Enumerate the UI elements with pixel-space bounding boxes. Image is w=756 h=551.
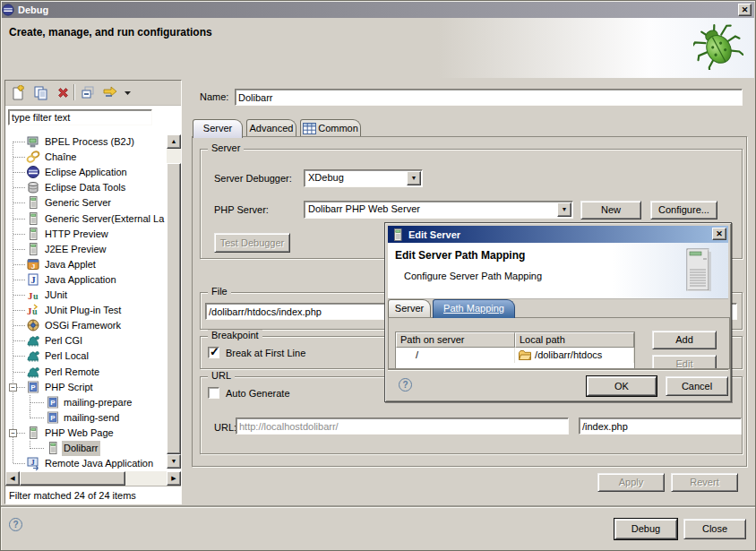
- server-icon: [26, 426, 40, 440]
- new-config-icon[interactable]: [11, 85, 26, 100]
- tree-item-perl-local[interactable]: Perl Local: [6, 349, 166, 364]
- scroll-down-button[interactable]: ▼: [167, 454, 181, 469]
- php-server-select[interactable]: Dolibarr PHP Web Server ▼: [304, 201, 573, 219]
- name-input[interactable]: [235, 89, 743, 106]
- tree-item-remote-java-application[interactable]: JRemote Java Application: [6, 456, 166, 471]
- url-base-input[interactable]: [236, 418, 569, 435]
- svg-text:J: J: [31, 262, 35, 270]
- chevron-down-icon[interactable]: ▼: [557, 202, 571, 217]
- column-header-path-on-server[interactable]: Path on server: [396, 332, 515, 348]
- filter-icon[interactable]: [102, 85, 117, 100]
- tree-item-dolibarr[interactable]: Dolibarr: [6, 441, 166, 456]
- bpel-icon: [26, 134, 40, 149]
- edit-button[interactable]: Edit: [652, 355, 717, 369]
- dialog-close-button[interactable]: ✕: [712, 228, 726, 240]
- window-close-button[interactable]: ✕: [738, 4, 752, 16]
- toolbar-separator: [73, 84, 74, 100]
- tree-item-junit[interactable]: JuJUnit: [6, 288, 166, 303]
- close-button[interactable]: Close: [683, 519, 746, 539]
- svg-text:u: u: [33, 291, 39, 301]
- dialog-title-bar: Edit Server ✕: [388, 226, 728, 243]
- test-debugger-button[interactable]: Test Debugger: [214, 233, 290, 253]
- server-tower-image: [682, 248, 717, 295]
- revert-button[interactable]: Revert: [671, 473, 738, 492]
- tab-common[interactable]: Common: [300, 119, 361, 137]
- eclipse-icon: [26, 165, 40, 179]
- tree-item-eclipse-data-tools[interactable]: Eclipse Data Tools: [6, 180, 166, 195]
- server-debugger-select[interactable]: XDebug ▼: [304, 169, 423, 187]
- perl-icon: [26, 365, 40, 379]
- url-path-input[interactable]: [579, 418, 742, 435]
- filter-input[interactable]: [8, 109, 152, 125]
- column-header-local-path[interactable]: Local path: [515, 332, 634, 348]
- perl-icon: [26, 349, 40, 363]
- php-icon: P: [46, 410, 60, 425]
- tree-item-generic-server[interactable]: Generic Server: [6, 195, 166, 211]
- title-bar: Debug ✕: [2, 2, 754, 18]
- delete-icon[interactable]: [56, 85, 71, 100]
- svg-text:P: P: [30, 383, 36, 391]
- scroll-up-button[interactable]: ▲: [167, 134, 181, 149]
- remote-java-icon: J: [26, 456, 40, 470]
- tree-item-cha-ne[interactable]: Chaîne: [6, 150, 166, 165]
- name-label: Name:: [200, 91, 228, 102]
- scroll-left-button[interactable]: ◀: [5, 471, 20, 486]
- server-icon: [26, 242, 40, 256]
- tree-item-java-applet[interactable]: JJava Applet: [6, 257, 166, 272]
- server-debugger-label: Server Debugger:: [214, 173, 292, 184]
- scroll-right-button[interactable]: ▶: [167, 471, 181, 486]
- tab-server[interactable]: Server: [193, 119, 243, 138]
- dialog-tab-path-mapping[interactable]: Path Mapping: [433, 299, 515, 318]
- java-icon: J: [26, 272, 40, 287]
- duplicate-icon[interactable]: [33, 85, 48, 100]
- server-icon: [391, 228, 405, 242]
- apply-button[interactable]: Apply: [597, 473, 665, 492]
- tree-item-mailing-send[interactable]: Pmailing-send: [6, 410, 166, 426]
- dialog-header: Edit Server Path Mapping Configure Serve…: [388, 243, 728, 299]
- tree-item-junit-plug-in-test[interactable]: JuJUnit Plug-in Test: [6, 303, 166, 318]
- tree-item-http-preview[interactable]: HTTP Preview: [6, 227, 166, 242]
- help-icon[interactable]: ?: [9, 518, 22, 531]
- tree-item-perl-cgi[interactable]: Perl CGI: [6, 333, 166, 349]
- database-icon: [26, 180, 40, 194]
- new-server-button[interactable]: New: [580, 201, 641, 220]
- tree-item-perl-remote[interactable]: Perl Remote: [6, 365, 166, 380]
- auto-generate-checkbox[interactable]: [208, 387, 219, 399]
- tree-item-java-application[interactable]: JJava Application: [6, 272, 166, 288]
- h-scroll-thumb[interactable]: [20, 471, 125, 486]
- tree-item-php-script[interactable]: −PPHP Script: [6, 380, 166, 395]
- banner: Create, manage, and run configurations: [2, 18, 754, 78]
- url-group-title: URL: [208, 370, 235, 381]
- collapse-all-icon[interactable]: [81, 85, 96, 100]
- tree-item-j2ee-preview[interactable]: J2EE Preview: [6, 242, 166, 257]
- edit-server-dialog: Edit Server ✕ Edit Server Path Mapping C…: [384, 222, 732, 402]
- collapse-toggle[interactable]: −: [9, 383, 17, 392]
- cancel-button[interactable]: Cancel: [666, 376, 728, 396]
- table-row[interactable]: / /dolibarr/htdocs: [396, 348, 634, 363]
- dialog-help-icon[interactable]: ?: [399, 378, 412, 392]
- configure-button[interactable]: Configure...: [650, 201, 717, 220]
- collapse-toggle[interactable]: −: [9, 429, 17, 437]
- dropdown-icon[interactable]: [124, 85, 133, 100]
- dialog-tab-server[interactable]: Server: [388, 299, 431, 317]
- chevron-down-icon[interactable]: ▼: [407, 171, 421, 185]
- server-icon: [26, 227, 40, 241]
- tree-item-php-web-page[interactable]: −PHP Web Page: [6, 426, 166, 441]
- folder-icon: [519, 350, 531, 360]
- tree-item-eclipse-application[interactable]: Eclipse Application: [6, 165, 166, 180]
- tab-advanced[interactable]: Advanced: [246, 119, 296, 137]
- php-server-label: PHP Server:: [214, 204, 269, 215]
- eclipse-logo-icon: [2, 4, 14, 16]
- chain-icon: [26, 150, 40, 164]
- ok-button[interactable]: OK: [587, 376, 657, 396]
- tree-item-generic-server-external-la[interactable]: Generic Server(External La: [6, 211, 166, 227]
- tree-item-mailing-prepare[interactable]: Pmailing-prepare: [6, 395, 166, 410]
- add-button[interactable]: Add: [652, 331, 717, 349]
- break-first-line-label: Break at First Line: [226, 348, 305, 358]
- tree-item-bpel-process-b2j[interactable]: BPEL Process (B2J): [6, 134, 166, 150]
- break-first-line-checkbox[interactable]: ✓: [208, 347, 219, 358]
- v-scroll-thumb[interactable]: [167, 163, 181, 454]
- tree-item-osgi-framework[interactable]: OSGi Framework: [6, 318, 166, 333]
- checkmark-icon: ✓: [210, 345, 219, 358]
- debug-button[interactable]: Debug: [614, 519, 677, 539]
